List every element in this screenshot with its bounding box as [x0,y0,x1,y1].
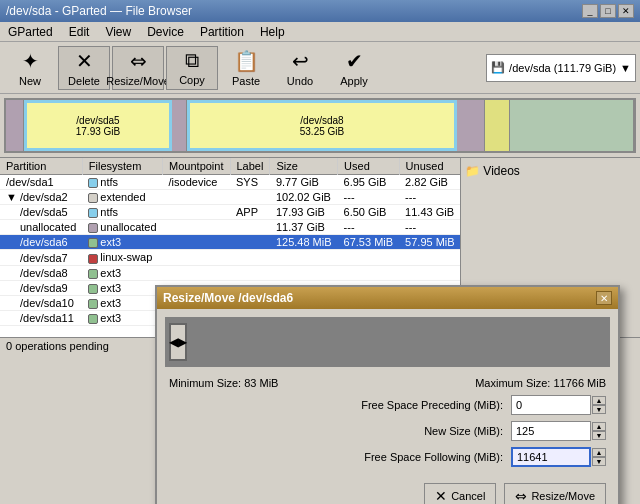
dialog-buttons: ✕ Cancel ⇔ Resize/Move [157,477,618,504]
max-size-label: Maximum Size: 11766 MiB [475,377,606,389]
resize-handle-left[interactable]: ◀▶ [169,323,187,361]
following-label: Free Space Following (MiB): [169,451,511,463]
cancel-icon: ✕ [435,488,447,504]
modal-info: Minimum Size: 83 MiB Maximum Size: 11766… [157,375,618,391]
modal-overlay: Resize/Move /dev/sda6 ✕ ◀▶ Minimum Size:… [0,0,640,504]
dialog-title: Resize/Move /dev/sda6 [163,291,293,305]
newsize-up[interactable]: ▲ [592,422,606,431]
newsize-down[interactable]: ▼ [592,431,606,440]
form-row-newsize: New Size (MiB): ▲ ▼ [169,421,606,441]
newsize-label: New Size (MiB): [169,425,511,437]
newsize-input[interactable] [511,421,591,441]
min-size-label: Minimum Size: 83 MiB [169,377,278,389]
resize-move-dialog: Resize/Move /dev/sda6 ✕ ◀▶ Minimum Size:… [155,285,620,504]
resize-apply-icon: ⇔ [515,488,527,504]
resize-bar: ◀▶ [165,317,610,367]
modal-form: Free Space Preceding (MiB): ▲ ▼ New Size… [157,391,618,477]
cancel-button[interactable]: ✕ Cancel [424,483,496,504]
preceding-down[interactable]: ▼ [592,405,606,414]
preceding-label: Free Space Preceding (MiB): [169,399,511,411]
resize-fill [165,317,610,367]
following-spinner: ▲ ▼ [592,448,606,466]
form-row-preceding: Free Space Preceding (MiB): ▲ ▼ [169,395,606,415]
preceding-input[interactable] [511,395,591,415]
form-row-following: Free Space Following (MiB): ▲ ▼ [169,447,606,467]
preceding-spinner: ▲ ▼ [592,396,606,414]
newsize-input-wrap: ▲ ▼ [511,421,606,441]
newsize-spinner: ▲ ▼ [592,422,606,440]
following-input-wrap: ▲ ▼ [511,447,606,467]
preceding-input-wrap: ▲ ▼ [511,395,606,415]
dialog-close-button[interactable]: ✕ [596,291,612,305]
dialog-titlebar: Resize/Move /dev/sda6 ✕ [157,287,618,309]
following-down[interactable]: ▼ [592,457,606,466]
preceding-up[interactable]: ▲ [592,396,606,405]
following-input[interactable] [511,447,591,467]
resize-move-apply-button[interactable]: ⇔ Resize/Move [504,483,606,504]
following-up[interactable]: ▲ [592,448,606,457]
